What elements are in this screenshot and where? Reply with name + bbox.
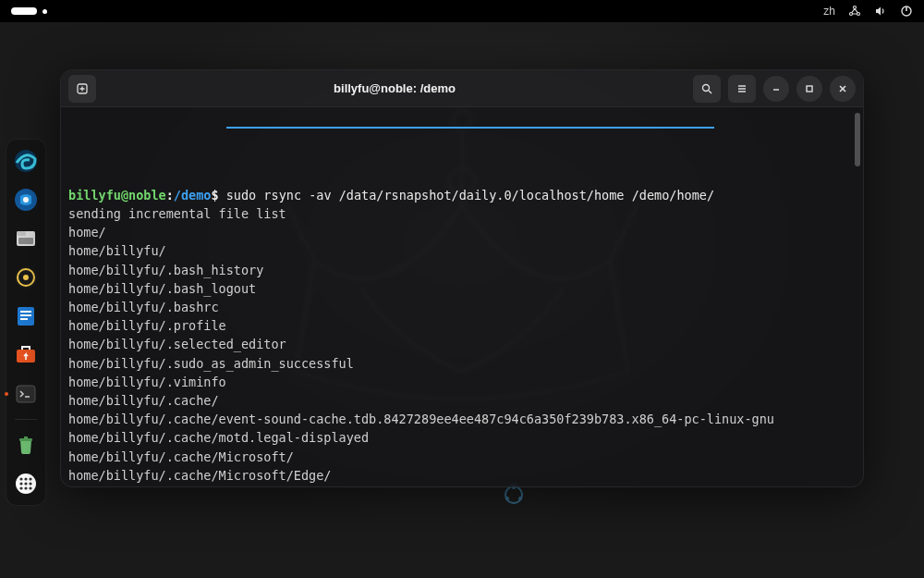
output-line: home/billyfu/.bash_history (68, 261, 856, 279)
dock-item-files[interactable] (10, 223, 42, 254)
output-line: home/billyfu/.sudo_as_admin_successful (68, 354, 856, 373)
activities-area[interactable] (11, 7, 47, 15)
svg-rect-28 (24, 437, 28, 438)
output-line: home/billyfu/.bashrc (68, 298, 856, 316)
dock-item-edge[interactable] (10, 145, 42, 177)
terminal-scrollbar[interactable] (855, 113, 860, 166)
svg-point-31 (24, 477, 27, 480)
dock (6, 139, 46, 506)
prompt-path: /demo (174, 188, 212, 203)
svg-rect-16 (18, 238, 33, 244)
workspace-dot (43, 9, 47, 14)
output-line: home/billyfu/.cache/motd.legal-displayed (68, 428, 856, 447)
svg-point-9 (505, 497, 509, 500)
output-line: home/billyfu/ (68, 241, 856, 260)
search-button[interactable] (693, 75, 721, 103)
output-line: home/billyfu/.viminfo (68, 373, 856, 391)
svg-point-19 (23, 275, 29, 280)
top-bar: zh (0, 0, 924, 22)
output-line: home/billyfu/.cache/Microsoft/Edge/ (68, 466, 856, 485)
terminal-body[interactable]: billyfu@noble:/demo$ sudo rsync -av /dat… (61, 107, 863, 486)
input-method-indicator[interactable]: zh (823, 5, 835, 18)
svg-rect-25 (17, 386, 35, 402)
svg-point-38 (29, 486, 31, 489)
wallpaper-ubuntu-logo (504, 485, 524, 505)
svg-point-10 (518, 497, 522, 500)
dock-item-trash[interactable] (10, 429, 42, 461)
close-button[interactable] (830, 76, 856, 102)
prompt-user-host: billyfu@noble (68, 188, 166, 203)
svg-line-43 (709, 91, 711, 93)
output-line: home/billyfu/.selected_editor (68, 335, 856, 353)
svg-rect-22 (20, 314, 31, 316)
svg-point-1 (850, 13, 853, 16)
prompt-line: billyfu@noble:/demo$ sudo rsync -av /dat… (68, 186, 856, 204)
dock-item-ubuntu-software[interactable] (10, 339, 42, 371)
output-line: home/billyfu/.bash_logout (68, 279, 856, 298)
new-tab-button[interactable] (68, 75, 96, 103)
output-line: home/billyfu/.cache/Microsoft/ (68, 448, 856, 466)
window-title: billyfu@noble: /demo (96, 81, 693, 95)
network-icon[interactable] (848, 5, 861, 18)
command-underline (226, 127, 714, 129)
dock-item-thunderbird[interactable] (10, 184, 42, 215)
power-icon[interactable] (900, 5, 913, 18)
svg-rect-27 (19, 438, 32, 441)
terminal-window: billyfu@noble: /demo billyfu@noble:/demo… (60, 69, 864, 487)
svg-point-34 (24, 482, 27, 485)
svg-point-30 (19, 477, 22, 480)
svg-point-37 (24, 486, 27, 489)
svg-rect-48 (807, 86, 812, 92)
output-line: home/billyfu/.profile (68, 316, 856, 335)
output-line: home/ (68, 223, 856, 241)
volume-icon[interactable] (874, 5, 887, 18)
svg-rect-21 (20, 311, 31, 313)
output-line: home/billyfu/.cache/Microsoft/Edge/Ident… (68, 485, 856, 486)
command-text: sudo rsync -av /data/rsnapshot/daily.0/l… (226, 188, 714, 203)
svg-point-42 (703, 84, 710, 91)
output-line: home/billyfu/.cache/ (68, 391, 856, 410)
dock-item-libreoffice-writer[interactable] (10, 301, 42, 332)
maximize-button[interactable] (796, 76, 822, 102)
svg-point-13 (23, 197, 29, 203)
output-line: home/billyfu/.cache/event-sound-cache.td… (68, 410, 856, 428)
dock-separator (15, 419, 37, 420)
dock-item-terminal[interactable] (10, 378, 42, 410)
dock-item-rhythmbox[interactable] (10, 262, 42, 293)
system-tray: zh (823, 5, 913, 18)
titlebar: billyfu@noble: /demo (61, 70, 863, 107)
svg-point-33 (19, 482, 22, 485)
minimize-button[interactable] (763, 76, 789, 102)
svg-rect-15 (17, 231, 26, 236)
prompt-colon: : (166, 188, 174, 203)
svg-point-0 (854, 6, 857, 9)
hamburger-menu-button[interactable] (728, 75, 756, 103)
activities-pill (11, 7, 37, 15)
svg-rect-23 (20, 318, 28, 320)
svg-point-36 (19, 486, 22, 489)
svg-point-35 (29, 482, 31, 485)
svg-point-32 (29, 477, 31, 480)
prompt-symbol: $ (211, 188, 218, 203)
output-line: sending incremental file list (68, 204, 856, 223)
dock-item-show-apps[interactable] (10, 468, 42, 499)
svg-point-2 (857, 13, 860, 16)
